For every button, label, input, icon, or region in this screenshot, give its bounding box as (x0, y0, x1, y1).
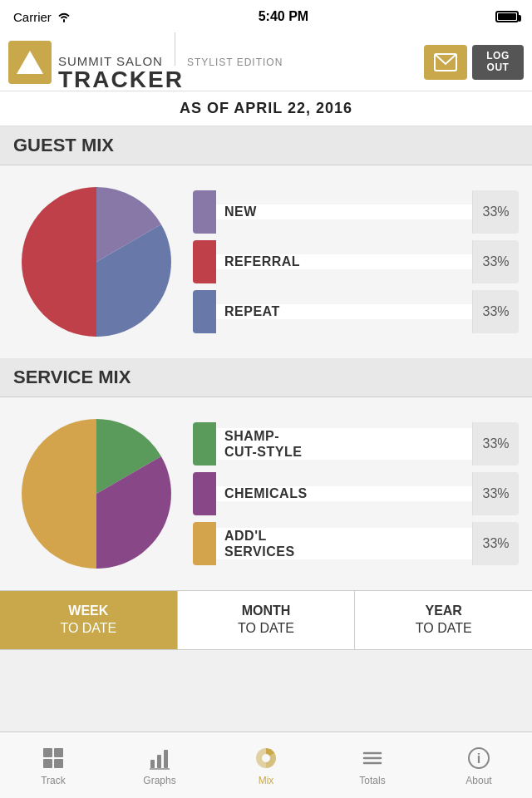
svg-rect-6 (157, 755, 161, 768)
service-mix-chart-section: SHAMP-CUT-STYLE 33% CHEMICALS 33% ADD'LS… (0, 397, 532, 590)
svg-rect-1 (43, 748, 52, 757)
date-line: AS OF APRIL 22, 2016 (0, 91, 532, 126)
status-bar: Carrier 5:40 PM (0, 0, 532, 33)
svg-rect-7 (164, 750, 168, 768)
month-line2: TO DATE (183, 620, 350, 638)
track-label: Track (41, 775, 66, 786)
svg-text:i: i (477, 751, 480, 766)
nav-item-graphs[interactable]: Graphs (106, 732, 213, 798)
mix-label: Mix (259, 775, 274, 786)
service-mix-header: SERVICE MIX (0, 358, 532, 397)
nav-item-about[interactable]: i About (426, 732, 532, 798)
svg-rect-3 (43, 759, 52, 768)
date-text: AS OF APRIL 22, 2016 (180, 100, 352, 116)
title-divider (175, 32, 175, 66)
new-color (193, 190, 216, 234)
track-icon (40, 745, 66, 771)
status-time: 5:40 PM (259, 9, 308, 24)
guest-mix-pie (13, 179, 180, 345)
graphs-label: Graphs (143, 775, 175, 786)
new-pct: 33% (472, 190, 519, 234)
repeat-pct: 33% (472, 290, 519, 333)
guest-mix-pie-container (13, 179, 180, 345)
svg-rect-2 (54, 748, 63, 757)
about-icon: i (466, 745, 492, 771)
logout-button[interactable]: LOGOUT (472, 45, 524, 80)
battery-icon (495, 11, 519, 22)
legend-item-referral: REFERRAL 33% (193, 240, 519, 283)
addl-label: ADD'LSERVICES (216, 528, 472, 559)
tracker-label: TRACKER (58, 68, 417, 91)
mail-icon (434, 53, 457, 71)
period-tab-month[interactable]: MONTH TO DATE (178, 591, 356, 649)
repeat-label: REPEAT (216, 304, 472, 319)
year-line2: TO DATE (360, 620, 527, 638)
logout-label: LOGOUT (486, 51, 510, 72)
legend-item-new: NEW 33% (193, 190, 519, 234)
stylist-edition-label: STYLIST EDITION (187, 57, 283, 68)
addl-color (193, 522, 216, 565)
addl-pct: 33% (472, 522, 519, 565)
totals-icon (359, 745, 386, 771)
logo-triangle (17, 51, 43, 74)
shamp-label: SHAMP-CUT-STYLE (216, 428, 472, 460)
service-mix-title: SERVICE MIX (13, 367, 131, 387)
guest-mix-header: GUEST MIX (0, 126, 532, 165)
nav-item-track[interactable]: Track (0, 732, 106, 798)
header-buttons: LOGOUT (424, 45, 524, 80)
referral-pct: 33% (472, 240, 519, 283)
guest-mix-chart-section: NEW 33% REFERRAL 33% REPEAT 33% (0, 165, 532, 358)
chemicals-label: CHEMICALS (216, 486, 472, 501)
referral-label: REFERRAL (216, 254, 472, 269)
svg-point-9 (262, 754, 270, 762)
app-header: SUMMIT SALON STYLIST EDITION TRACKER LOG… (0, 33, 532, 91)
legend-item-repeat: REPEAT 33% (193, 290, 519, 333)
legend-item-chemicals: CHEMICALS 33% (193, 472, 519, 515)
repeat-color (193, 290, 216, 333)
service-mix-legend: SHAMP-CUT-STYLE 33% CHEMICALS 33% ADD'LS… (193, 422, 519, 565)
graphs-icon (146, 745, 173, 771)
about-label: About (466, 775, 491, 786)
service-mix-pie (13, 411, 180, 577)
week-line1: WEEK (5, 603, 172, 620)
guest-mix-legend: NEW 33% REFERRAL 33% REPEAT 33% (193, 190, 519, 333)
period-tabs: WEEK TO DATE MONTH TO DATE YEAR TO DATE (0, 590, 532, 650)
carrier-label: Carrier (13, 10, 52, 24)
svg-rect-5 (150, 760, 155, 768)
month-line1: MONTH (183, 603, 350, 620)
totals-label: Totals (359, 775, 385, 786)
shamp-pct: 33% (472, 422, 519, 466)
period-tab-year[interactable]: YEAR TO DATE (355, 591, 532, 649)
nav-item-totals[interactable]: Totals (319, 732, 426, 798)
shamp-color (193, 422, 216, 466)
battery-fill (498, 13, 516, 20)
nav-item-mix[interactable]: Mix (213, 732, 319, 798)
bottom-spacer (0, 650, 532, 717)
new-label: NEW (216, 204, 472, 219)
app-title: SUMMIT SALON STYLIST EDITION TRACKER (58, 32, 417, 91)
bottom-nav: Track Graphs Mix (0, 732, 532, 798)
mix-icon (253, 745, 279, 771)
chemicals-color (193, 472, 216, 515)
app-logo (8, 41, 52, 84)
svg-rect-4 (54, 759, 63, 768)
service-mix-pie-container (13, 411, 180, 577)
mail-button[interactable] (424, 45, 467, 80)
week-line2: TO DATE (5, 620, 172, 638)
legend-item-shamp: SHAMP-CUT-STYLE 33% (193, 422, 519, 466)
period-tab-week[interactable]: WEEK TO DATE (0, 591, 178, 649)
guest-mix-title: GUEST MIX (13, 135, 114, 155)
year-line1: YEAR (360, 603, 527, 620)
legend-item-addl: ADD'LSERVICES 33% (193, 522, 519, 565)
wifi-icon (57, 11, 71, 22)
status-left: Carrier (13, 10, 71, 24)
referral-color (193, 240, 216, 283)
chemicals-pct: 33% (472, 472, 519, 515)
